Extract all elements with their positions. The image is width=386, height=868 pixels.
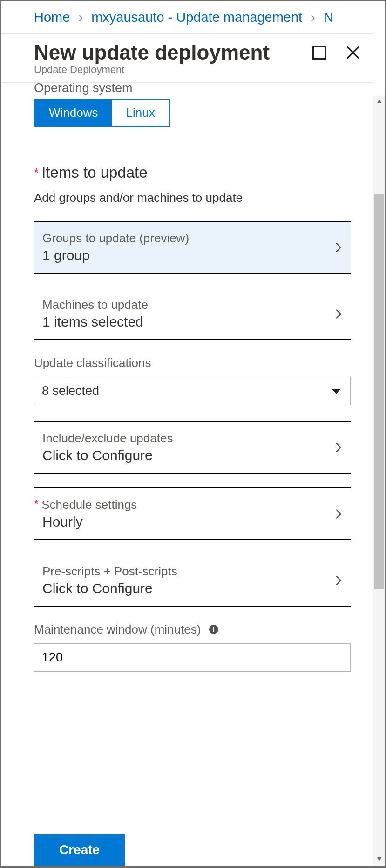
maximize-button[interactable] bbox=[308, 41, 331, 64]
chevron-right-icon bbox=[332, 574, 345, 587]
machines-to-update-row[interactable]: Machines to update 1 items selected bbox=[34, 288, 351, 339]
required-icon: * bbox=[34, 497, 39, 511]
breadcrumb-home[interactable]: Home bbox=[34, 10, 70, 25]
classifications-value: 8 selected bbox=[42, 384, 330, 398]
maintenance-input[interactable] bbox=[34, 643, 351, 672]
schedule-value: Hourly bbox=[42, 514, 332, 530]
info-icon[interactable] bbox=[208, 624, 219, 635]
os-label: Operating system bbox=[34, 83, 373, 95]
scripts-label: Pre-scripts + Post-scripts bbox=[42, 564, 332, 579]
maximize-icon bbox=[312, 46, 326, 60]
classifications-field: Update classifications 8 selected bbox=[34, 356, 351, 405]
schedule-label: *Schedule settings bbox=[42, 498, 332, 512]
required-icon: * bbox=[34, 166, 39, 180]
os-windows-button[interactable]: Windows bbox=[35, 100, 112, 126]
include-value: Click to Configure bbox=[42, 447, 332, 463]
machines-value: 1 items selected bbox=[42, 314, 332, 330]
include-label: Include/exclude updates bbox=[42, 431, 332, 446]
maintenance-field: Maintenance window (minutes) bbox=[34, 622, 351, 672]
os-linux-button[interactable]: Linux bbox=[112, 100, 169, 126]
scripts-row[interactable]: Pre-scripts + Post-scripts Click to Conf… bbox=[34, 555, 351, 606]
chevron-right-icon bbox=[332, 507, 345, 521]
machines-label: Machines to update bbox=[42, 298, 332, 312]
svg-rect-2 bbox=[213, 627, 214, 628]
section-title: *Items to update bbox=[34, 164, 373, 181]
scroll-thumb[interactable] bbox=[374, 194, 384, 589]
classifications-label: Update classifications bbox=[34, 356, 351, 370]
breadcrumb-trail: N bbox=[324, 10, 333, 25]
create-button[interactable]: Create bbox=[34, 834, 125, 866]
close-icon bbox=[345, 45, 361, 60]
section-help: Add groups and/or machines to update bbox=[34, 191, 373, 205]
breadcrumb-sep-icon: › bbox=[78, 10, 83, 25]
close-button[interactable] bbox=[342, 41, 364, 64]
chevron-right-icon bbox=[332, 441, 345, 454]
groups-label: Groups to update (preview) bbox=[42, 231, 332, 246]
svg-rect-1 bbox=[213, 628, 214, 632]
breadcrumb-sep-icon: › bbox=[311, 10, 315, 25]
breadcrumb-item[interactable]: mxyausauto - Update management bbox=[91, 10, 302, 25]
groups-to-update-row[interactable]: Groups to update (preview) 1 group bbox=[34, 222, 351, 273]
os-toggle: Windows Linux bbox=[34, 99, 170, 127]
schedule-settings-row[interactable]: *Schedule settings Hourly bbox=[34, 488, 351, 539]
groups-value: 1 group bbox=[42, 247, 332, 263]
scripts-value: Click to Configure bbox=[42, 581, 332, 596]
classifications-select[interactable]: 8 selected bbox=[34, 377, 351, 405]
breadcrumb: Home › mxyausauto - Update management › … bbox=[1, 1, 373, 34]
scroll-down-icon[interactable]: ▾ bbox=[374, 854, 384, 863]
page-title: New update deployment bbox=[34, 41, 297, 64]
include-exclude-row[interactable]: Include/exclude updates Click to Configu… bbox=[34, 422, 351, 473]
page-subtitle: Update Deployment bbox=[34, 64, 297, 76]
chevron-down-icon bbox=[330, 385, 343, 398]
chevron-right-icon bbox=[332, 241, 345, 254]
scrollbar[interactable]: ▴ ▾ bbox=[373, 96, 385, 866]
chevron-right-icon bbox=[332, 307, 345, 320]
scroll-up-icon[interactable]: ▴ bbox=[374, 96, 384, 105]
maintenance-label: Maintenance window (minutes) bbox=[34, 622, 351, 637]
